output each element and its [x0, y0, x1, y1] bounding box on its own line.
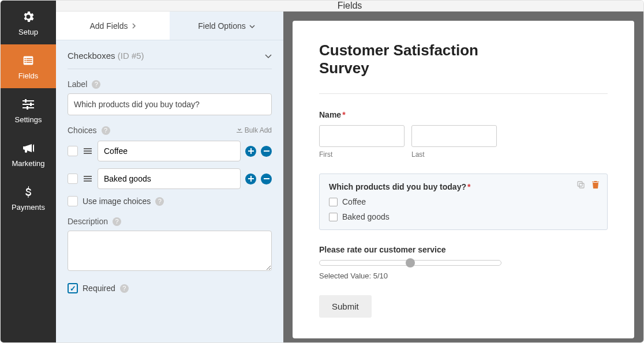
first-name-input[interactable] — [319, 125, 405, 147]
main-area: Fields Add Fields Field Options — [56, 1, 643, 342]
svg-rect-7 — [23, 100, 34, 101]
description-textarea[interactable] — [68, 231, 272, 271]
sidebar-item-settings[interactable]: Settings — [1, 88, 56, 132]
tab-field-options[interactable]: Field Options — [170, 12, 283, 40]
bulk-add-label: Bulk Add — [245, 126, 272, 134]
svg-rect-3 — [24, 60, 26, 61]
svg-rect-13 — [264, 150, 269, 152]
section-id: (ID #5) — [118, 51, 144, 61]
last-name-sublabel: Last — [411, 150, 497, 159]
preview-panel: Customer Satisfaction Survey Name* First — [283, 12, 643, 343]
topbar: Fields — [56, 1, 643, 12]
submit-button[interactable]: Submit — [319, 295, 372, 318]
remove-choice-button[interactable] — [261, 174, 272, 184]
field-label: Name — [319, 110, 341, 119]
list-icon — [21, 53, 36, 68]
required-asterisk: * — [342, 110, 345, 119]
sidebar-item-marketing[interactable]: Marketing — [1, 132, 56, 176]
help-icon[interactable]: ? — [155, 197, 164, 206]
dollar-icon — [21, 184, 36, 199]
selected-field[interactable]: Which products did you buy today?* Coffe… — [319, 174, 608, 230]
svg-rect-4 — [27, 60, 32, 61]
section-header[interactable]: Checkboxes (ID #5) — [68, 51, 272, 69]
choice-default-checkbox[interactable] — [68, 174, 78, 184]
field-label: Please rate our customer service — [319, 245, 445, 254]
svg-rect-10 — [25, 99, 27, 103]
add-choice-button[interactable] — [245, 174, 256, 184]
required-label: Required — [83, 284, 115, 293]
svg-rect-11 — [30, 103, 32, 106]
preview-choice[interactable]: Baked goods — [329, 212, 598, 221]
tab-add-fields[interactable]: Add Fields — [56, 12, 170, 40]
form-title: Customer Satisfaction Survey — [319, 42, 504, 77]
preview-choice[interactable]: Coffee — [329, 197, 598, 206]
svg-rect-6 — [27, 62, 32, 63]
choice-input[interactable] — [98, 168, 241, 189]
name-field: Name* First Last — [319, 110, 608, 159]
first-name-sublabel: First — [319, 150, 405, 159]
sidebar-item-setup[interactable]: Setup — [1, 1, 56, 44]
sidebar: Setup Fields Settings Marketing Payments — [1, 1, 56, 342]
sidebar-label: Setup — [18, 28, 38, 36]
tab-label: Add Fields — [89, 21, 128, 31]
required-asterisk: * — [467, 182, 470, 191]
label-title: Label — [68, 80, 87, 89]
help-icon[interactable]: ? — [120, 284, 129, 293]
editor-panel: Add Fields Field Options — [56, 12, 283, 343]
duplicate-icon[interactable] — [576, 180, 585, 189]
sidebar-item-payments[interactable]: Payments — [1, 176, 56, 220]
divider — [319, 93, 608, 94]
remove-choice-button[interactable] — [261, 146, 272, 157]
description-title: Description — [68, 217, 108, 226]
slider-value-text: Selected Value: 5/10 — [319, 272, 608, 280]
help-icon[interactable]: ? — [102, 126, 110, 135]
svg-rect-1 — [24, 58, 26, 59]
chevron-down-icon — [265, 51, 272, 61]
svg-rect-2 — [27, 58, 32, 59]
svg-rect-14 — [264, 178, 269, 179]
svg-rect-16 — [579, 183, 584, 188]
svg-rect-5 — [24, 62, 26, 63]
choice-input[interactable] — [98, 141, 241, 161]
field-label: Which products did you buy today? — [329, 182, 466, 191]
checkbox-icon — [329, 213, 338, 221]
sliders-icon — [21, 97, 36, 112]
sidebar-label: Marketing — [12, 159, 44, 168]
gear-icon — [21, 9, 36, 24]
sidebar-label: Settings — [15, 115, 42, 124]
choice-row — [68, 168, 272, 189]
trash-icon[interactable] — [591, 180, 600, 189]
choice-default-checkbox[interactable] — [68, 146, 78, 156]
sidebar-label: Payments — [12, 203, 45, 212]
last-name-input[interactable] — [411, 125, 497, 147]
help-icon[interactable]: ? — [113, 217, 121, 226]
choice-label: Baked goods — [342, 212, 390, 221]
sidebar-item-fields[interactable]: Fields — [1, 44, 56, 88]
choice-label: Coffee — [342, 197, 366, 206]
download-icon — [237, 126, 242, 134]
image-choices-checkbox[interactable] — [68, 196, 78, 206]
help-icon[interactable]: ? — [92, 80, 100, 89]
bullhorn-icon — [21, 141, 36, 156]
section-type: Checkboxes — [68, 51, 115, 61]
svg-rect-12 — [27, 106, 28, 110]
choices-title: Choices — [68, 126, 97, 135]
chevron-down-icon — [249, 21, 255, 31]
checkbox-icon — [329, 198, 338, 206]
image-choices-label: Use image choices — [83, 197, 151, 206]
required-checkbox[interactable]: ✓ — [68, 283, 78, 293]
tab-label: Field Options — [198, 21, 245, 31]
bulk-add-button[interactable]: Bulk Add — [237, 126, 272, 134]
drag-handle-icon[interactable] — [83, 148, 93, 154]
add-choice-button[interactable] — [245, 146, 256, 157]
label-input[interactable] — [68, 93, 272, 115]
slider-thumb[interactable] — [406, 258, 415, 267]
svg-rect-15 — [578, 182, 582, 186]
svg-rect-8 — [23, 104, 34, 105]
chevron-right-icon — [132, 21, 136, 31]
drag-handle-icon[interactable] — [83, 176, 93, 182]
topbar-title: Fields — [338, 1, 362, 11]
sidebar-label: Fields — [18, 71, 39, 80]
rating-field: Please rate our customer service Selecte… — [319, 245, 608, 280]
rating-slider[interactable] — [319, 260, 501, 266]
